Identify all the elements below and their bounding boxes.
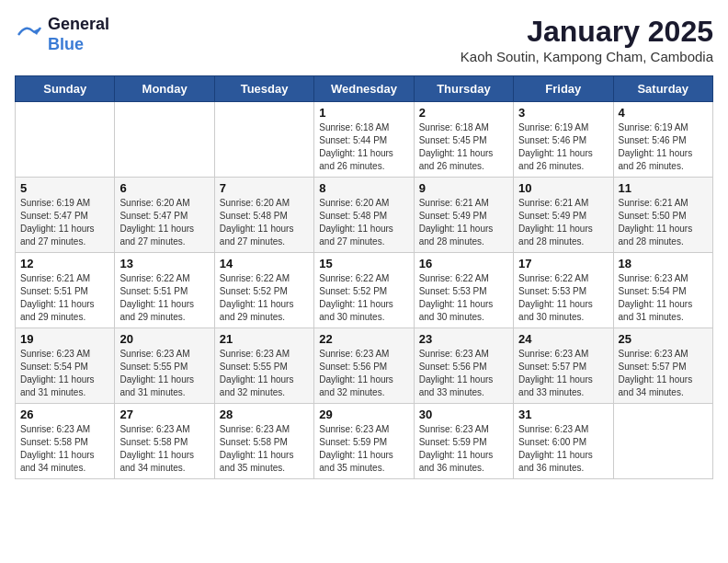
calendar-cell: 30Sunrise: 6:23 AM Sunset: 5:59 PM Dayli… [414,404,513,479]
week-row-1: 5Sunrise: 6:19 AM Sunset: 5:47 PM Daylig… [16,178,713,253]
day-number: 27 [119,408,209,421]
day-number: 15 [319,257,408,270]
day-info: Sunrise: 6:22 AM Sunset: 5:52 PM Dayligh… [319,272,408,324]
day-number: 31 [518,408,608,421]
day-info: Sunrise: 6:23 AM Sunset: 5:56 PM Dayligh… [419,348,508,399]
logo-line1: General [48,15,109,35]
calendar-cell: 29Sunrise: 6:23 AM Sunset: 5:59 PM Dayli… [314,404,414,479]
day-number: 22 [319,332,408,346]
day-number: 4 [619,106,708,120]
day-number: 3 [518,106,608,120]
day-number: 7 [220,181,309,195]
day-info: Sunrise: 6:23 AM Sunset: 5:54 PM Dayligh… [619,272,708,324]
day-info: Sunrise: 6:19 AM Sunset: 5:46 PM Dayligh… [619,121,708,173]
logo: General Blue [15,15,109,54]
day-info: Sunrise: 6:23 AM Sunset: 5:59 PM Dayligh… [319,423,408,475]
day-info: Sunrise: 6:21 AM Sunset: 5:50 PM Dayligh… [619,197,708,248]
calendar-cell: 19Sunrise: 6:23 AM Sunset: 5:54 PM Dayli… [16,328,115,404]
day-info: Sunrise: 6:22 AM Sunset: 5:51 PM Dayligh… [119,272,209,324]
day-number: 11 [619,181,708,195]
calendar-cell: 10Sunrise: 6:21 AM Sunset: 5:49 PM Dayli… [514,178,613,253]
day-number: 28 [220,408,309,421]
logo-icon [15,20,44,50]
day-info: Sunrise: 6:23 AM Sunset: 5:56 PM Dayligh… [319,348,408,399]
calendar-body: 1Sunrise: 6:18 AM Sunset: 5:44 PM Daylig… [16,102,713,479]
logo-line2: Blue [48,35,109,55]
calendar-cell: 9Sunrise: 6:21 AM Sunset: 5:49 PM Daylig… [414,178,513,253]
days-of-week-row: SundayMondayTuesdayWednesdayThursdayFrid… [16,76,713,102]
dow-saturday: Saturday [613,76,712,102]
calendar-cell: 2Sunrise: 6:18 AM Sunset: 5:45 PM Daylig… [414,102,513,178]
day-number: 19 [20,332,109,346]
calendar-table: SundayMondayTuesdayWednesdayThursdayFrid… [15,75,713,479]
day-number: 5 [20,181,109,195]
calendar-cell: 3Sunrise: 6:19 AM Sunset: 5:46 PM Daylig… [514,102,613,178]
day-info: Sunrise: 6:22 AM Sunset: 5:53 PM Dayligh… [419,272,508,324]
dow-thursday: Thursday [414,76,513,102]
dow-monday: Monday [115,76,214,102]
day-info: Sunrise: 6:23 AM Sunset: 5:55 PM Dayligh… [119,348,209,399]
calendar-cell: 16Sunrise: 6:22 AM Sunset: 5:53 PM Dayli… [414,253,513,328]
day-info: Sunrise: 6:23 AM Sunset: 5:58 PM Dayligh… [220,423,309,475]
calendar-cell: 20Sunrise: 6:23 AM Sunset: 5:55 PM Dayli… [115,328,214,404]
location: Kaoh Soutin, Kampong Cham, Cambodia [461,49,713,64]
week-row-3: 19Sunrise: 6:23 AM Sunset: 5:54 PM Dayli… [16,328,713,404]
week-row-4: 26Sunrise: 6:23 AM Sunset: 5:58 PM Dayli… [16,404,713,479]
day-info: Sunrise: 6:18 AM Sunset: 5:44 PM Dayligh… [319,121,408,173]
day-number: 26 [20,408,109,421]
calendar-cell: 14Sunrise: 6:22 AM Sunset: 5:52 PM Dayli… [214,253,313,328]
day-number: 20 [119,332,209,346]
week-row-2: 12Sunrise: 6:21 AM Sunset: 5:51 PM Dayli… [16,253,713,328]
day-number: 2 [419,106,508,120]
day-number: 17 [518,257,608,270]
calendar-cell [214,102,313,178]
day-number: 6 [119,181,209,195]
calendar-cell: 6Sunrise: 6:20 AM Sunset: 5:47 PM Daylig… [115,178,214,253]
day-info: Sunrise: 6:19 AM Sunset: 5:46 PM Dayligh… [518,121,608,173]
day-info: Sunrise: 6:18 AM Sunset: 5:45 PM Dayligh… [419,121,508,173]
day-info: Sunrise: 6:23 AM Sunset: 5:58 PM Dayligh… [119,423,209,475]
day-info: Sunrise: 6:20 AM Sunset: 5:48 PM Dayligh… [319,197,408,248]
calendar-cell [613,404,712,479]
day-number: 14 [220,257,309,270]
day-number: 21 [220,332,309,346]
calendar-cell: 27Sunrise: 6:23 AM Sunset: 5:58 PM Dayli… [115,404,214,479]
dow-sunday: Sunday [16,76,115,102]
calendar-cell: 22Sunrise: 6:23 AM Sunset: 5:56 PM Dayli… [314,328,414,404]
month-title: January 2025 [461,15,713,49]
day-info: Sunrise: 6:21 AM Sunset: 5:49 PM Dayligh… [419,197,508,248]
day-info: Sunrise: 6:21 AM Sunset: 5:51 PM Dayligh… [20,272,109,324]
calendar-cell: 25Sunrise: 6:23 AM Sunset: 5:57 PM Dayli… [613,328,712,404]
dow-wednesday: Wednesday [314,76,414,102]
day-number: 25 [619,332,708,346]
calendar-cell: 5Sunrise: 6:19 AM Sunset: 5:47 PM Daylig… [16,178,115,253]
dow-tuesday: Tuesday [214,76,313,102]
calendar-cell: 24Sunrise: 6:23 AM Sunset: 5:57 PM Dayli… [514,328,613,404]
calendar-cell: 8Sunrise: 6:20 AM Sunset: 5:48 PM Daylig… [314,178,414,253]
page-header: General Blue January 2025 Kaoh Soutin, K… [15,15,713,64]
day-info: Sunrise: 6:22 AM Sunset: 5:53 PM Dayligh… [518,272,608,324]
calendar-cell: 11Sunrise: 6:21 AM Sunset: 5:50 PM Dayli… [613,178,712,253]
day-info: Sunrise: 6:23 AM Sunset: 5:54 PM Dayligh… [20,348,109,399]
calendar-cell: 4Sunrise: 6:19 AM Sunset: 5:46 PM Daylig… [613,102,712,178]
day-number: 13 [119,257,209,270]
calendar-cell: 28Sunrise: 6:23 AM Sunset: 5:58 PM Dayli… [214,404,313,479]
day-info: Sunrise: 6:19 AM Sunset: 5:47 PM Dayligh… [20,197,109,248]
week-row-0: 1Sunrise: 6:18 AM Sunset: 5:44 PM Daylig… [16,102,713,178]
day-info: Sunrise: 6:21 AM Sunset: 5:49 PM Dayligh… [518,197,608,248]
day-number: 24 [518,332,608,346]
day-info: Sunrise: 6:23 AM Sunset: 5:57 PM Dayligh… [619,348,708,399]
calendar-cell: 17Sunrise: 6:22 AM Sunset: 5:53 PM Dayli… [514,253,613,328]
title-block: January 2025 Kaoh Soutin, Kampong Cham, … [461,15,713,64]
dow-friday: Friday [514,76,613,102]
calendar-cell: 13Sunrise: 6:22 AM Sunset: 5:51 PM Dayli… [115,253,214,328]
day-number: 30 [419,408,508,421]
day-number: 9 [419,181,508,195]
day-number: 12 [20,257,109,270]
day-number: 16 [419,257,508,270]
day-info: Sunrise: 6:23 AM Sunset: 5:55 PM Dayligh… [220,348,309,399]
day-number: 29 [319,408,408,421]
day-info: Sunrise: 6:20 AM Sunset: 5:47 PM Dayligh… [119,197,209,248]
day-info: Sunrise: 6:23 AM Sunset: 5:59 PM Dayligh… [419,423,508,475]
calendar-cell: 1Sunrise: 6:18 AM Sunset: 5:44 PM Daylig… [314,102,414,178]
